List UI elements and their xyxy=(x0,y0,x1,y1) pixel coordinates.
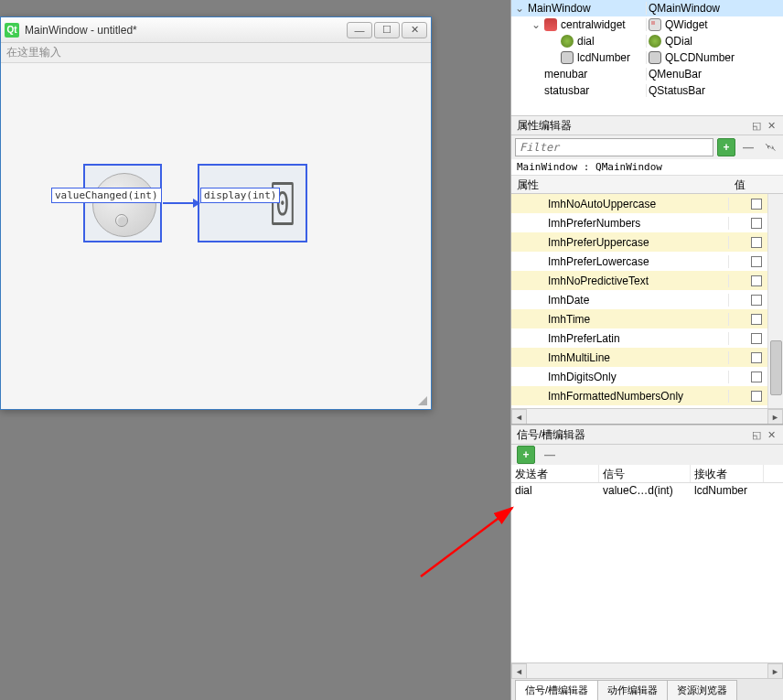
property-row[interactable]: ImhNoPredictiveText xyxy=(511,271,783,290)
tree-row[interactable]: ⌄centralwidgetQWidget xyxy=(511,16,783,33)
col-property[interactable]: 属性 xyxy=(511,176,729,193)
property-row[interactable]: ImhPreferLatin xyxy=(511,328,783,348)
property-row[interactable]: ImhTime xyxy=(511,309,783,328)
tree-row[interactable]: ⌄MainWindowQMainWindow xyxy=(511,0,783,16)
checkbox[interactable] xyxy=(751,218,762,229)
scroll-thumb[interactable] xyxy=(770,340,782,395)
right-pane: ⌄MainWindowQMainWindow⌄centralwidgetQWid… xyxy=(510,0,783,700)
menu-input[interactable]: 在这里输入 xyxy=(1,43,431,63)
expand-icon[interactable]: ⌄ xyxy=(515,2,524,15)
undock-icon[interactable]: ◱ xyxy=(750,428,763,441)
minimize-button[interactable]: — xyxy=(347,22,372,38)
property-name: ImhMultiLine xyxy=(511,351,729,364)
property-name: ImhDigitsOnly xyxy=(511,371,729,383)
signal-editor-header[interactable]: 信号/槽编辑器 ◱ ✕ xyxy=(511,425,783,445)
dial-widget[interactable] xyxy=(83,164,162,242)
object-class: QMainWindow xyxy=(649,2,720,15)
property-breadcrumb: MainWindow : QMainWindow xyxy=(511,159,783,176)
close-panel-icon[interactable]: ✕ xyxy=(765,428,778,441)
property-name: ImhPreferLowercase xyxy=(511,255,729,268)
col-sender[interactable]: 发送者 xyxy=(511,465,599,482)
lcd-widget[interactable]: 0 xyxy=(198,164,307,242)
scroll-left-icon[interactable]: ◄ xyxy=(511,663,527,679)
property-name: ImhPreferLatin xyxy=(511,332,729,345)
property-row[interactable]: ImhDate xyxy=(511,290,783,309)
vertical-scrollbar[interactable] xyxy=(767,194,783,408)
col-signal[interactable]: 信号 xyxy=(599,465,691,482)
signal-source-label[interactable]: valueChanged(int) xyxy=(51,188,162,203)
form-canvas[interactable]: 0 valueChanged(int) display(int) xyxy=(1,63,431,409)
property-row[interactable]: ImhPreferLowercase xyxy=(511,252,783,271)
remove-property-button[interactable]: — xyxy=(739,138,757,156)
signal-editor-title: 信号/槽编辑器 xyxy=(517,427,585,443)
scroll-right-icon[interactable]: ► xyxy=(767,663,783,679)
titlebar[interactable]: Qt MainWindow - untitled* — ☐ ✕ xyxy=(1,17,431,43)
property-row[interactable]: ImhMultiLine xyxy=(511,348,783,367)
property-row[interactable]: ImhNoAutoUppercase xyxy=(511,194,783,213)
close-button[interactable]: ✕ xyxy=(402,22,427,38)
remove-connection-button[interactable]: — xyxy=(541,446,559,464)
checkbox[interactable] xyxy=(751,352,762,363)
resize-handle-icon[interactable] xyxy=(418,396,427,405)
tree-row[interactable]: dialQDial xyxy=(511,33,783,49)
property-name: ImhNoAutoUppercase xyxy=(511,198,729,210)
signal-slot-panel: 信号/槽编辑器 ◱ ✕ + — 发送者 信号 接收者 dialvalueC…d(… xyxy=(511,424,783,700)
object-name: lcdNumber xyxy=(577,51,630,64)
tree-row[interactable]: menubarQMenuBar xyxy=(511,66,783,82)
signal-table[interactable]: 发送者 信号 接收者 dialvalueC…d(int)lcdNumber xyxy=(511,465,783,662)
maximize-button[interactable]: ☐ xyxy=(374,22,400,38)
checkbox[interactable] xyxy=(751,275,762,286)
signal-target-label[interactable]: display(int) xyxy=(200,188,280,203)
close-panel-icon[interactable]: ✕ xyxy=(765,119,778,132)
object-icon xyxy=(561,35,574,48)
checkbox[interactable] xyxy=(751,295,762,306)
add-property-button[interactable]: + xyxy=(717,138,735,156)
col-value[interactable]: 值 xyxy=(729,176,783,193)
object-name: centralwidget xyxy=(561,18,626,31)
property-filter-input[interactable] xyxy=(515,138,713,156)
tab-signal-slot[interactable]: 信号/槽编辑器 xyxy=(515,680,598,700)
add-connection-button[interactable]: + xyxy=(517,446,535,464)
tab-action-editor[interactable]: 动作编辑器 xyxy=(597,680,668,700)
property-row[interactable]: ImhDigitsOnly xyxy=(511,367,783,386)
checkbox[interactable] xyxy=(751,391,762,402)
horizontal-scrollbar[interactable]: ◄ ► xyxy=(511,662,783,678)
scroll-left-icon[interactable]: ◄ xyxy=(511,409,527,425)
object-icon xyxy=(544,18,557,31)
object-name: MainWindow xyxy=(528,2,591,15)
tree-row[interactable]: lcdNumberQLCDNumber xyxy=(511,49,783,66)
property-editor-header[interactable]: 属性编辑器 ◱ ✕ xyxy=(511,115,783,135)
checkbox[interactable] xyxy=(751,314,762,325)
col-receiver[interactable]: 接收者 xyxy=(691,465,764,482)
tab-resource-browser[interactable]: 资源浏览器 xyxy=(667,680,737,700)
property-name: ImhFormattedNumbersOnly xyxy=(511,390,729,403)
property-filter-row: + — xyxy=(511,135,783,159)
signal-toolbar: + — xyxy=(511,445,783,465)
checkbox[interactable] xyxy=(751,372,762,382)
checkbox[interactable] xyxy=(751,256,762,267)
property-row[interactable]: ImhPreferUppercase xyxy=(511,232,783,252)
object-class: QMenuBar xyxy=(649,68,702,81)
object-class: QDial xyxy=(665,35,692,48)
property-name: ImhNoPredictiveText xyxy=(511,275,729,287)
property-list[interactable]: ImhNoAutoUppercaseImhPreferNumbersImhPre… xyxy=(511,194,783,408)
scroll-right-icon[interactable]: ► xyxy=(767,409,783,425)
settings-icon[interactable] xyxy=(761,138,779,156)
checkbox[interactable] xyxy=(751,333,762,344)
signal-cell-sender: dial xyxy=(511,483,599,500)
horizontal-scrollbar[interactable]: ◄ ► xyxy=(511,408,783,424)
signal-cell-receiver: lcdNumber xyxy=(691,483,764,500)
property-row[interactable]: ImhPreferNumbers xyxy=(511,213,783,232)
object-inspector[interactable]: ⌄MainWindowQMainWindow⌄centralwidgetQWid… xyxy=(511,0,783,115)
svg-line-0 xyxy=(421,508,512,576)
signal-row[interactable]: dialvalueC…d(int)lcdNumber xyxy=(511,483,783,500)
object-class: QStatusBar xyxy=(649,84,705,97)
checkbox[interactable] xyxy=(751,237,762,248)
object-class: QWidget xyxy=(665,18,708,31)
property-row[interactable]: ImhFormattedNumbersOnly xyxy=(511,386,783,405)
annotation-arrow xyxy=(416,499,526,581)
undock-icon[interactable]: ◱ xyxy=(750,119,763,132)
checkbox[interactable] xyxy=(751,199,762,210)
tree-row[interactable]: statusbarQStatusBar xyxy=(511,82,783,99)
expand-icon[interactable]: ⌄ xyxy=(531,18,541,31)
